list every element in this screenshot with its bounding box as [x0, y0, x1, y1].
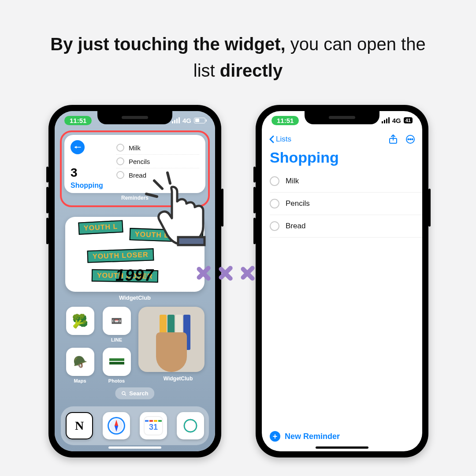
home-apps: 🥦 📼LINE 🪖Maps Photos — [65, 307, 205, 383]
svg-rect-0 — [109, 358, 124, 361]
reminders-list-name: Shopping — [71, 182, 110, 190]
widgetclub-medium-label: WidgetClub — [143, 376, 213, 382]
widget-year: 1997 — [65, 266, 205, 285]
battery-icon — [194, 118, 205, 123]
widgetclub-label: WidgetClub — [55, 294, 215, 301]
widget-app-label: Reminders — [64, 195, 205, 201]
signal-icon — [172, 117, 180, 123]
svg-point-2 — [122, 391, 125, 394]
widget-item[interactable]: Bread — [116, 168, 199, 182]
battery-percent: 41 — [404, 117, 413, 123]
plus-icon: + — [270, 431, 280, 442]
svg-point-21 — [412, 139, 413, 140]
reminder-row[interactable]: Bread — [270, 215, 422, 238]
status-network: 4G — [182, 117, 191, 124]
list-title: Shopping — [270, 149, 339, 166]
signal-icon — [382, 117, 390, 123]
svg-point-20 — [410, 139, 411, 140]
reminders-widget-highlight: 3 Shopping Milk Pencils Bread Reminders — [60, 130, 210, 207]
share-icon[interactable] — [389, 134, 398, 144]
status-time: 11:51 — [271, 116, 299, 125]
widget-item[interactable]: Milk — [116, 141, 199, 155]
checkbox-icon[interactable] — [270, 199, 279, 208]
svg-line-3 — [125, 394, 126, 395]
reminders-count: 3 — [71, 166, 110, 180]
svg-rect-1 — [109, 362, 124, 364]
dock-app-notion[interactable]: N — [66, 412, 93, 439]
svg-point-19 — [408, 139, 409, 140]
status-time: 11:51 — [64, 116, 92, 125]
app-icon-maps[interactable]: 🪖Maps — [65, 348, 95, 383]
dock-app-chatgpt[interactable] — [177, 412, 204, 439]
more-icon[interactable] — [405, 134, 415, 144]
dock-app-safari[interactable] — [103, 412, 130, 439]
reminder-items: Milk Pencils Bread — [270, 170, 422, 238]
dock-app-calendar[interactable]: 31 — [140, 412, 167, 439]
checkbox-icon[interactable] — [270, 176, 279, 186]
transition-arrows — [194, 256, 260, 291]
new-reminder-button[interactable]: + New Reminder — [270, 431, 340, 442]
widgetclub-widget[interactable]: YOUTH L YOUTH L YOUTH YOUTH LOSER YOUTH … — [65, 217, 205, 292]
reminders-widget[interactable]: 3 Shopping Milk Pencils Bread — [64, 135, 205, 193]
status-network: 4G — [392, 117, 401, 124]
widget-item[interactable]: Pencils — [116, 155, 199, 168]
dock: N 31 — [61, 406, 209, 445]
home-search[interactable]: Search — [115, 387, 154, 399]
checkbox-icon[interactable] — [270, 221, 279, 231]
reminders-nav: Lists — [262, 130, 422, 148]
reminder-row[interactable]: Pencils — [270, 193, 422, 215]
svg-point-12 — [182, 417, 199, 434]
reminder-row[interactable]: Milk — [270, 170, 422, 193]
headline: By just touching the widget, you can ope… — [0, 31, 476, 84]
list-category-icon — [71, 140, 85, 154]
chevron-right-icon — [194, 256, 216, 291]
phone-right: 11:51 4G 41 Lists Shopping — [256, 105, 428, 457]
app-icon-photos[interactable]: Photos — [102, 348, 131, 383]
back-button[interactable]: Lists — [269, 135, 291, 144]
widgetclub-medium[interactable] — [138, 307, 205, 372]
chevron-right-icon — [238, 256, 260, 291]
chevron-right-icon — [216, 256, 238, 291]
app-icon-line[interactable]: 📼LINE — [102, 307, 131, 342]
app-icon[interactable]: 🥦 — [65, 307, 95, 342]
